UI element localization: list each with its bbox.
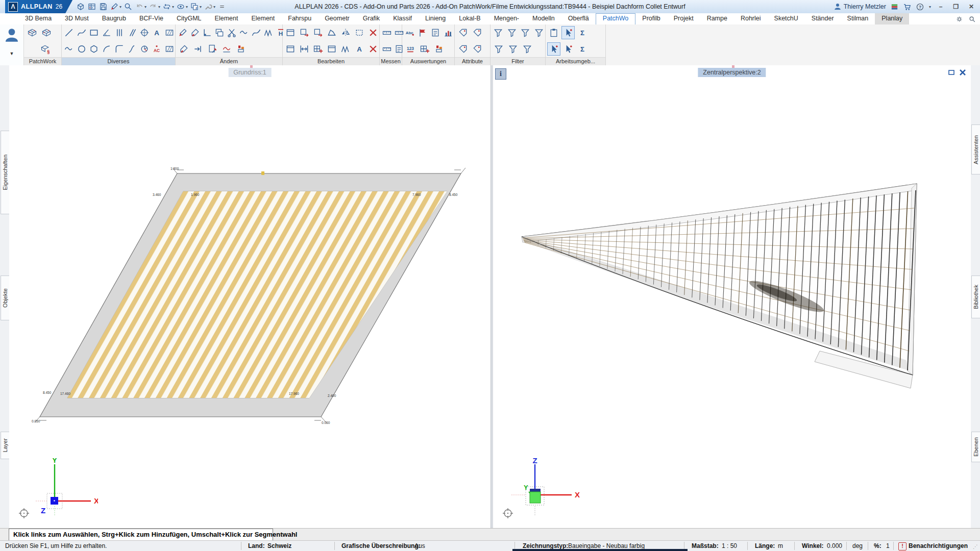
patchwork-button[interactable] xyxy=(26,26,39,39)
menu-item-lokal-b[interactable]: Lokal-B xyxy=(452,13,487,24)
redo-button[interactable]: ▾ xyxy=(148,1,161,12)
arc-tool-button[interactable] xyxy=(101,42,113,56)
caret-down-icon[interactable]: ▾ xyxy=(158,5,160,9)
side-tab-ebenen[interactable]: Ebenen xyxy=(971,432,980,462)
menu-item-profilb[interactable]: Profilb xyxy=(635,13,667,24)
menu-item-planlay[interactable]: Planlay xyxy=(875,13,909,24)
page-edit-button[interactable] xyxy=(206,42,219,56)
quantity-grid-button[interactable] xyxy=(418,42,431,56)
patchwork-paragraph-button[interactable] xyxy=(39,42,52,56)
delete-button[interactable] xyxy=(366,26,379,39)
caret-down-icon[interactable]: ▾ xyxy=(119,5,121,9)
status-length-value[interactable]: m xyxy=(778,542,783,549)
zigzag-edit-button[interactable] xyxy=(263,26,274,39)
modify-wave-button[interactable] xyxy=(238,26,250,39)
side-tab-eigenschaften[interactable]: Eigenschaften xyxy=(1,131,10,214)
status-drawtype-value[interactable]: Baueingabe - Neubau farbig xyxy=(568,542,645,549)
menu-item-st-nder[interactable]: Ständer xyxy=(805,13,841,24)
resize-grip[interactable]: ⋰ xyxy=(973,544,978,549)
menu-item-mengen[interactable]: Mengen- xyxy=(487,13,526,24)
caret-down-icon[interactable]: ▾ xyxy=(200,5,202,9)
sum-sigma-2-button[interactable] xyxy=(576,42,589,56)
menu-item-citygml[interactable]: CityGML xyxy=(170,13,208,24)
viewport-tab-zentralperspektive[interactable]: Zentralperspektive:2 xyxy=(698,68,766,77)
draw-pen-button[interactable] xyxy=(177,26,188,39)
maximize-button[interactable]: ❒ xyxy=(950,3,962,10)
copy-window-button[interactable] xyxy=(284,26,297,39)
find-button[interactable] xyxy=(123,1,133,12)
wave-red-button[interactable] xyxy=(220,42,233,56)
volume-box-button[interactable] xyxy=(432,42,446,56)
attribute-remove-button[interactable] xyxy=(471,42,484,56)
side-tab-objekte[interactable]: Objekte xyxy=(1,276,10,320)
select-button[interactable] xyxy=(561,42,575,56)
corner-edit-button[interactable] xyxy=(202,26,213,39)
clip-window-button[interactable] xyxy=(284,42,297,56)
patchwork-film-button[interactable] xyxy=(40,26,53,39)
distance-button[interactable] xyxy=(298,42,311,56)
side-tab-layer[interactable]: Layer xyxy=(1,432,10,459)
status-angle-unit[interactable]: deg xyxy=(852,542,863,549)
window-2-button[interactable]: ▾ xyxy=(189,1,202,12)
move-window-button[interactable] xyxy=(298,26,311,39)
status-land-value[interactable]: Schweiz xyxy=(267,542,291,549)
wave-tool-button[interactable] xyxy=(63,42,75,56)
select-red-button[interactable] xyxy=(547,42,560,56)
filter-button[interactable] xyxy=(492,26,505,39)
menu-item-rampe[interactable]: Rampe xyxy=(700,13,734,24)
parallel-tool-button[interactable] xyxy=(126,26,138,39)
edit-pen-button[interactable]: ▾ xyxy=(109,1,122,12)
rectangle-tool-button[interactable] xyxy=(88,26,100,39)
terrain-button[interactable] xyxy=(339,42,352,56)
menu-item-fahrspu[interactable]: Fahrspu xyxy=(281,13,318,24)
spline-tool-button[interactable] xyxy=(76,26,88,39)
sum-sigma-button[interactable] xyxy=(576,26,589,39)
viewport-origin-button[interactable] xyxy=(502,508,513,519)
shop-button[interactable] xyxy=(903,3,912,11)
s-spline-tool-button[interactable] xyxy=(126,42,138,56)
caret-down-icon[interactable]: ▾ xyxy=(172,5,174,9)
filter-line-button[interactable] xyxy=(492,42,505,56)
status-override-value[interactable]: Aus xyxy=(414,542,425,549)
circle-tool-button[interactable] xyxy=(76,42,88,56)
tools-button[interactable]: ▾ xyxy=(203,1,216,12)
customize-button[interactable] xyxy=(217,1,227,12)
trim-scissors-button[interactable] xyxy=(226,26,237,39)
rotate-window-button[interactable] xyxy=(326,42,338,56)
text-small-button[interactable] xyxy=(353,42,365,56)
viewport-info-button[interactable]: i xyxy=(495,68,506,80)
save-button[interactable] xyxy=(98,1,108,12)
profile-caret-icon[interactable]: ▼ xyxy=(10,51,14,56)
status-angle-value[interactable]: 0.000 xyxy=(827,542,842,549)
viewport-perspective[interactable]: i Zentralperspektive:2 Z Y X xyxy=(493,65,971,528)
menu-item-geometr[interactable]: Geometr xyxy=(318,13,356,24)
viewport-plan[interactable]: 1.8003.4601.9607.9608.4508.45017.46017.9… xyxy=(9,65,491,528)
measure-horizontal-button[interactable] xyxy=(381,42,393,56)
pattern-tool-button[interactable] xyxy=(164,42,176,56)
roof-shape-button[interactable] xyxy=(326,26,338,39)
close-button[interactable]: ✕ xyxy=(966,3,977,10)
modify-spline-button[interactable] xyxy=(251,26,262,39)
pie-tool-button[interactable] xyxy=(138,42,150,56)
chart-report-button[interactable] xyxy=(443,26,454,39)
notification-warning-icon[interactable]: ! xyxy=(898,542,906,550)
polygon-tool-button[interactable] xyxy=(88,42,100,56)
undo-button[interactable]: ▾ xyxy=(134,1,147,12)
filter-edit-button[interactable] xyxy=(506,26,519,39)
flag-report-button[interactable] xyxy=(416,26,428,39)
menu-item-grafik[interactable]: Grafik xyxy=(356,13,386,24)
menu-item-patchwo[interactable]: PatchWo xyxy=(596,13,636,24)
clipboard-button[interactable] xyxy=(547,26,560,39)
menu-item-projekt[interactable]: Projekt xyxy=(667,13,700,24)
menu-item-modelln[interactable]: Modelln xyxy=(526,13,561,24)
allplan-logo[interactable]: Λ ALLPLAN 26 xyxy=(5,0,72,13)
menu-item-baugrub[interactable]: Baugrub xyxy=(95,13,133,24)
profile-menu[interactable]: ▼ xyxy=(0,24,24,67)
view-eye-button[interactable]: ▾ xyxy=(176,1,188,12)
viewport-tab-grundriss[interactable]: Grundriss:1 xyxy=(228,68,272,77)
help-button[interactable] xyxy=(916,3,924,11)
viewport-restore-button[interactable] xyxy=(947,68,955,77)
selection-box-button[interactable] xyxy=(353,26,365,39)
filter-star-button[interactable] xyxy=(519,26,532,39)
ac-convert-button[interactable] xyxy=(151,42,163,56)
